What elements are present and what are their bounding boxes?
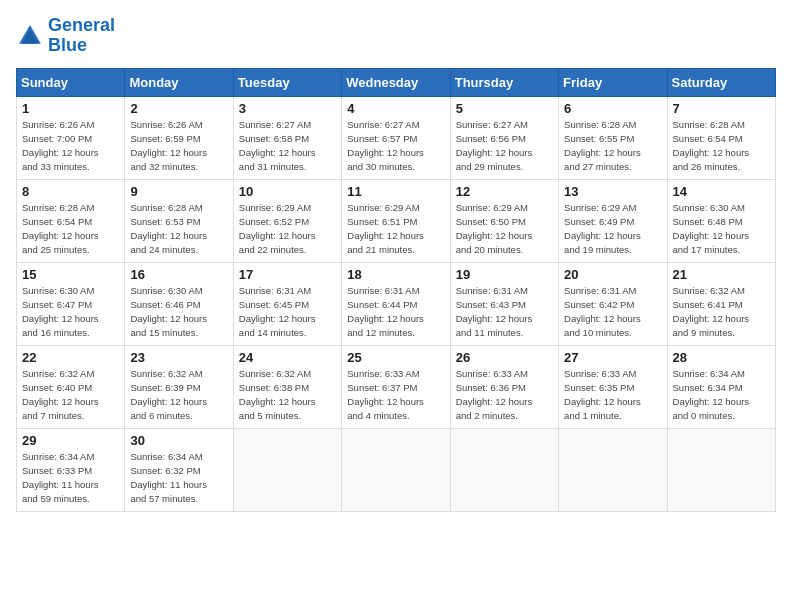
calendar-header-row: SundayMondayTuesdayWednesdayThursdayFrid… [17, 68, 776, 96]
header-thursday: Thursday [450, 68, 558, 96]
page-header: General Blue [16, 16, 776, 56]
day-info: Sunrise: 6:33 AMSunset: 6:35 PMDaylight:… [564, 367, 661, 424]
day-number: 28 [673, 350, 770, 365]
day-number: 7 [673, 101, 770, 116]
calendar-cell: 3Sunrise: 6:27 AMSunset: 6:58 PMDaylight… [233, 96, 341, 179]
header-friday: Friday [559, 68, 667, 96]
calendar-cell: 8Sunrise: 6:28 AMSunset: 6:54 PMDaylight… [17, 179, 125, 262]
day-info: Sunrise: 6:32 AMSunset: 6:40 PMDaylight:… [22, 367, 119, 424]
calendar-cell: 2Sunrise: 6:26 AMSunset: 6:59 PMDaylight… [125, 96, 233, 179]
calendar-cell: 17Sunrise: 6:31 AMSunset: 6:45 PMDayligh… [233, 262, 341, 345]
day-info: Sunrise: 6:33 AMSunset: 6:36 PMDaylight:… [456, 367, 553, 424]
calendar-cell: 15Sunrise: 6:30 AMSunset: 6:47 PMDayligh… [17, 262, 125, 345]
day-number: 19 [456, 267, 553, 282]
logo-line2: Blue [48, 36, 115, 56]
calendar-cell [450, 428, 558, 511]
calendar-cell: 19Sunrise: 6:31 AMSunset: 6:43 PMDayligh… [450, 262, 558, 345]
calendar-week-4: 22Sunrise: 6:32 AMSunset: 6:40 PMDayligh… [17, 345, 776, 428]
day-number: 9 [130, 184, 227, 199]
calendar: SundayMondayTuesdayWednesdayThursdayFrid… [16, 68, 776, 512]
calendar-cell: 22Sunrise: 6:32 AMSunset: 6:40 PMDayligh… [17, 345, 125, 428]
calendar-cell: 10Sunrise: 6:29 AMSunset: 6:52 PMDayligh… [233, 179, 341, 262]
day-number: 14 [673, 184, 770, 199]
day-number: 18 [347, 267, 444, 282]
day-info: Sunrise: 6:34 AMSunset: 6:34 PMDaylight:… [673, 367, 770, 424]
day-info: Sunrise: 6:27 AMSunset: 6:58 PMDaylight:… [239, 118, 336, 175]
logo-line1: General [48, 16, 115, 36]
calendar-cell: 12Sunrise: 6:29 AMSunset: 6:50 PMDayligh… [450, 179, 558, 262]
calendar-cell: 30Sunrise: 6:34 AMSunset: 6:32 PMDayligh… [125, 428, 233, 511]
day-number: 6 [564, 101, 661, 116]
calendar-cell [559, 428, 667, 511]
day-number: 2 [130, 101, 227, 116]
day-number: 17 [239, 267, 336, 282]
day-number: 1 [22, 101, 119, 116]
calendar-cell: 14Sunrise: 6:30 AMSunset: 6:48 PMDayligh… [667, 179, 775, 262]
day-info: Sunrise: 6:30 AMSunset: 6:48 PMDaylight:… [673, 201, 770, 258]
calendar-cell: 7Sunrise: 6:28 AMSunset: 6:54 PMDaylight… [667, 96, 775, 179]
calendar-week-2: 8Sunrise: 6:28 AMSunset: 6:54 PMDaylight… [17, 179, 776, 262]
day-number: 4 [347, 101, 444, 116]
day-info: Sunrise: 6:27 AMSunset: 6:57 PMDaylight:… [347, 118, 444, 175]
calendar-cell: 4Sunrise: 6:27 AMSunset: 6:57 PMDaylight… [342, 96, 450, 179]
day-number: 15 [22, 267, 119, 282]
day-info: Sunrise: 6:26 AMSunset: 7:00 PMDaylight:… [22, 118, 119, 175]
day-info: Sunrise: 6:31 AMSunset: 6:43 PMDaylight:… [456, 284, 553, 341]
day-number: 25 [347, 350, 444, 365]
day-info: Sunrise: 6:32 AMSunset: 6:39 PMDaylight:… [130, 367, 227, 424]
day-number: 24 [239, 350, 336, 365]
calendar-cell [342, 428, 450, 511]
day-info: Sunrise: 6:29 AMSunset: 6:52 PMDaylight:… [239, 201, 336, 258]
day-number: 23 [130, 350, 227, 365]
header-sunday: Sunday [17, 68, 125, 96]
day-info: Sunrise: 6:32 AMSunset: 6:38 PMDaylight:… [239, 367, 336, 424]
calendar-cell: 18Sunrise: 6:31 AMSunset: 6:44 PMDayligh… [342, 262, 450, 345]
day-info: Sunrise: 6:29 AMSunset: 6:51 PMDaylight:… [347, 201, 444, 258]
day-info: Sunrise: 6:31 AMSunset: 6:42 PMDaylight:… [564, 284, 661, 341]
day-info: Sunrise: 6:31 AMSunset: 6:44 PMDaylight:… [347, 284, 444, 341]
calendar-cell: 28Sunrise: 6:34 AMSunset: 6:34 PMDayligh… [667, 345, 775, 428]
day-info: Sunrise: 6:33 AMSunset: 6:37 PMDaylight:… [347, 367, 444, 424]
day-number: 20 [564, 267, 661, 282]
calendar-cell: 16Sunrise: 6:30 AMSunset: 6:46 PMDayligh… [125, 262, 233, 345]
day-number: 3 [239, 101, 336, 116]
calendar-week-1: 1Sunrise: 6:26 AMSunset: 7:00 PMDaylight… [17, 96, 776, 179]
calendar-cell: 23Sunrise: 6:32 AMSunset: 6:39 PMDayligh… [125, 345, 233, 428]
day-number: 26 [456, 350, 553, 365]
header-monday: Monday [125, 68, 233, 96]
logo: General Blue [16, 16, 115, 56]
calendar-cell: 24Sunrise: 6:32 AMSunset: 6:38 PMDayligh… [233, 345, 341, 428]
logo-icon [16, 22, 44, 50]
day-info: Sunrise: 6:27 AMSunset: 6:56 PMDaylight:… [456, 118, 553, 175]
calendar-cell: 5Sunrise: 6:27 AMSunset: 6:56 PMDaylight… [450, 96, 558, 179]
calendar-cell: 11Sunrise: 6:29 AMSunset: 6:51 PMDayligh… [342, 179, 450, 262]
day-info: Sunrise: 6:32 AMSunset: 6:41 PMDaylight:… [673, 284, 770, 341]
day-info: Sunrise: 6:30 AMSunset: 6:46 PMDaylight:… [130, 284, 227, 341]
calendar-cell [233, 428, 341, 511]
day-number: 16 [130, 267, 227, 282]
calendar-cell: 20Sunrise: 6:31 AMSunset: 6:42 PMDayligh… [559, 262, 667, 345]
day-number: 12 [456, 184, 553, 199]
day-number: 27 [564, 350, 661, 365]
calendar-cell: 29Sunrise: 6:34 AMSunset: 6:33 PMDayligh… [17, 428, 125, 511]
day-number: 21 [673, 267, 770, 282]
calendar-cell: 21Sunrise: 6:32 AMSunset: 6:41 PMDayligh… [667, 262, 775, 345]
day-info: Sunrise: 6:28 AMSunset: 6:54 PMDaylight:… [22, 201, 119, 258]
day-number: 10 [239, 184, 336, 199]
calendar-week-5: 29Sunrise: 6:34 AMSunset: 6:33 PMDayligh… [17, 428, 776, 511]
calendar-cell: 26Sunrise: 6:33 AMSunset: 6:36 PMDayligh… [450, 345, 558, 428]
calendar-cell: 6Sunrise: 6:28 AMSunset: 6:55 PMDaylight… [559, 96, 667, 179]
day-info: Sunrise: 6:29 AMSunset: 6:50 PMDaylight:… [456, 201, 553, 258]
day-info: Sunrise: 6:28 AMSunset: 6:53 PMDaylight:… [130, 201, 227, 258]
day-number: 29 [22, 433, 119, 448]
calendar-cell: 27Sunrise: 6:33 AMSunset: 6:35 PMDayligh… [559, 345, 667, 428]
calendar-cell: 13Sunrise: 6:29 AMSunset: 6:49 PMDayligh… [559, 179, 667, 262]
calendar-cell: 9Sunrise: 6:28 AMSunset: 6:53 PMDaylight… [125, 179, 233, 262]
day-info: Sunrise: 6:28 AMSunset: 6:54 PMDaylight:… [673, 118, 770, 175]
header-tuesday: Tuesday [233, 68, 341, 96]
calendar-week-3: 15Sunrise: 6:30 AMSunset: 6:47 PMDayligh… [17, 262, 776, 345]
day-number: 8 [22, 184, 119, 199]
header-wednesday: Wednesday [342, 68, 450, 96]
day-info: Sunrise: 6:26 AMSunset: 6:59 PMDaylight:… [130, 118, 227, 175]
day-info: Sunrise: 6:29 AMSunset: 6:49 PMDaylight:… [564, 201, 661, 258]
